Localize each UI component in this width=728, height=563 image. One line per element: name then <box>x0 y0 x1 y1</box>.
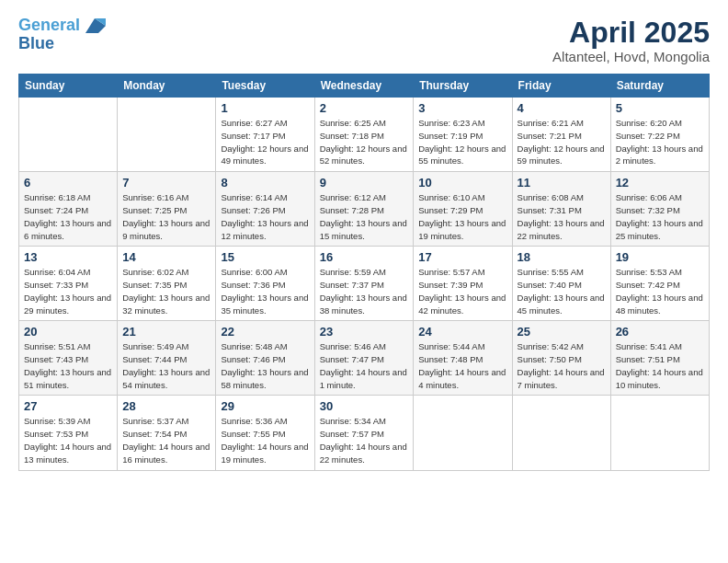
day-number: 18 <box>518 250 606 264</box>
table-row: 10Sunrise: 6:10 AMSunset: 7:29 PMDayligh… <box>414 172 512 247</box>
table-row: 20Sunrise: 5:51 AMSunset: 7:43 PMDayligh… <box>19 321 118 396</box>
day-info: Sunrise: 6:10 AMSunset: 7:29 PMDaylight:… <box>418 191 506 242</box>
day-info: Sunrise: 6:20 AMSunset: 7:22 PMDaylight:… <box>616 117 704 167</box>
table-row: 2Sunrise: 6:25 AMSunset: 7:18 PMDaylight… <box>314 98 414 172</box>
table-row: 14Sunrise: 6:02 AMSunset: 7:35 PMDayligh… <box>118 247 216 321</box>
table-row: 12Sunrise: 6:06 AMSunset: 7:32 PMDayligh… <box>610 172 709 247</box>
logo-icon <box>85 18 106 33</box>
day-number: 24 <box>418 325 506 339</box>
day-info: Sunrise: 6:08 AMSunset: 7:31 PMDaylight:… <box>518 191 606 242</box>
day-number: 29 <box>221 399 309 413</box>
table-row: 30Sunrise: 5:34 AMSunset: 7:57 PMDayligh… <box>314 396 414 470</box>
day-number: 14 <box>122 250 210 264</box>
day-number: 21 <box>122 325 210 339</box>
day-number: 17 <box>418 250 506 264</box>
day-number: 3 <box>418 101 506 115</box>
col-sunday: Sunday <box>19 75 118 98</box>
table-row: 21Sunrise: 5:49 AMSunset: 7:44 PMDayligh… <box>118 321 216 396</box>
day-info: Sunrise: 6:18 AMSunset: 7:24 PMDaylight:… <box>24 191 112 242</box>
table-row: 6Sunrise: 6:18 AMSunset: 7:24 PMDaylight… <box>19 172 118 247</box>
day-info: Sunrise: 5:53 AMSunset: 7:42 PMDaylight:… <box>616 266 704 316</box>
day-number: 27 <box>24 399 112 413</box>
day-number: 7 <box>122 176 210 190</box>
table-row: 3Sunrise: 6:23 AMSunset: 7:19 PMDaylight… <box>414 98 512 172</box>
day-info: Sunrise: 5:55 AMSunset: 7:40 PMDaylight:… <box>518 266 606 316</box>
table-row <box>414 396 512 470</box>
table-row: 1Sunrise: 6:27 AMSunset: 7:17 PMDaylight… <box>216 98 314 172</box>
day-number: 22 <box>221 325 309 339</box>
table-row <box>512 396 610 470</box>
table-row: 15Sunrise: 6:00 AMSunset: 7:36 PMDayligh… <box>216 247 314 321</box>
calendar-header-row: Sunday Monday Tuesday Wednesday Thursday… <box>19 75 710 98</box>
header: General Blue April 2025 Altanteel, Hovd,… <box>18 17 710 64</box>
day-info: Sunrise: 6:16 AMSunset: 7:25 PMDaylight:… <box>122 191 210 242</box>
table-row: 28Sunrise: 5:37 AMSunset: 7:54 PMDayligh… <box>118 396 216 470</box>
day-info: Sunrise: 6:25 AMSunset: 7:18 PMDaylight:… <box>320 117 409 167</box>
calendar-week-row: 13Sunrise: 6:04 AMSunset: 7:33 PMDayligh… <box>19 247 710 321</box>
day-info: Sunrise: 5:44 AMSunset: 7:48 PMDaylight:… <box>418 340 506 391</box>
table-row <box>610 396 709 470</box>
calendar-week-row: 1Sunrise: 6:27 AMSunset: 7:17 PMDaylight… <box>19 98 710 172</box>
day-number: 13 <box>24 250 112 264</box>
day-info: Sunrise: 5:46 AMSunset: 7:47 PMDaylight:… <box>320 340 409 391</box>
table-row: 25Sunrise: 5:42 AMSunset: 7:50 PMDayligh… <box>512 321 610 396</box>
day-info: Sunrise: 5:37 AMSunset: 7:54 PMDaylight:… <box>122 415 210 465</box>
day-info: Sunrise: 5:57 AMSunset: 7:39 PMDaylight:… <box>418 266 506 316</box>
col-wednesday: Wednesday <box>314 75 414 98</box>
col-thursday: Thursday <box>414 75 512 98</box>
day-number: 10 <box>418 176 506 190</box>
day-number: 20 <box>24 325 112 339</box>
table-row: 18Sunrise: 5:55 AMSunset: 7:40 PMDayligh… <box>512 247 610 321</box>
day-info: Sunrise: 5:42 AMSunset: 7:50 PMDaylight:… <box>518 340 606 391</box>
day-number: 23 <box>320 325 409 339</box>
day-info: Sunrise: 5:41 AMSunset: 7:51 PMDaylight:… <box>616 340 704 391</box>
day-number: 30 <box>320 399 409 413</box>
col-tuesday: Tuesday <box>216 75 314 98</box>
day-info: Sunrise: 6:27 AMSunset: 7:17 PMDaylight:… <box>221 117 309 167</box>
table-row: 5Sunrise: 6:20 AMSunset: 7:22 PMDaylight… <box>610 98 709 172</box>
day-number: 25 <box>518 325 606 339</box>
table-row: 11Sunrise: 6:08 AMSunset: 7:31 PMDayligh… <box>512 172 610 247</box>
table-row <box>118 98 216 172</box>
day-number: 2 <box>320 101 409 115</box>
day-number: 4 <box>518 101 606 115</box>
calendar-week-row: 27Sunrise: 5:39 AMSunset: 7:53 PMDayligh… <box>19 396 710 470</box>
col-saturday: Saturday <box>610 75 709 98</box>
day-info: Sunrise: 6:02 AMSunset: 7:35 PMDaylight:… <box>122 266 210 316</box>
day-info: Sunrise: 5:39 AMSunset: 7:53 PMDaylight:… <box>24 415 112 465</box>
day-number: 9 <box>320 176 409 190</box>
day-number: 5 <box>616 101 704 115</box>
table-row: 24Sunrise: 5:44 AMSunset: 7:48 PMDayligh… <box>414 321 512 396</box>
day-info: Sunrise: 6:00 AMSunset: 7:36 PMDaylight:… <box>221 266 309 316</box>
table-row: 13Sunrise: 6:04 AMSunset: 7:33 PMDayligh… <box>19 247 118 321</box>
day-info: Sunrise: 5:51 AMSunset: 7:43 PMDaylight:… <box>24 340 112 391</box>
table-row: 26Sunrise: 5:41 AMSunset: 7:51 PMDayligh… <box>610 321 709 396</box>
day-number: 12 <box>616 176 704 190</box>
page: General Blue April 2025 Altanteel, Hovd,… <box>0 0 728 563</box>
day-info: Sunrise: 6:21 AMSunset: 7:21 PMDaylight:… <box>518 117 606 167</box>
day-info: Sunrise: 6:04 AMSunset: 7:33 PMDaylight:… <box>24 266 112 316</box>
logo-blue: Blue <box>18 35 54 53</box>
table-row: 9Sunrise: 6:12 AMSunset: 7:28 PMDaylight… <box>314 172 414 247</box>
table-row: 19Sunrise: 5:53 AMSunset: 7:42 PMDayligh… <box>610 247 709 321</box>
table-row: 7Sunrise: 6:16 AMSunset: 7:25 PMDaylight… <box>118 172 216 247</box>
day-info: Sunrise: 6:14 AMSunset: 7:26 PMDaylight:… <box>221 191 309 242</box>
table-row: 22Sunrise: 5:48 AMSunset: 7:46 PMDayligh… <box>216 321 314 396</box>
day-number: 16 <box>320 250 409 264</box>
calendar-week-row: 6Sunrise: 6:18 AMSunset: 7:24 PMDaylight… <box>19 172 710 247</box>
col-friday: Friday <box>512 75 610 98</box>
day-number: 28 <box>122 399 210 413</box>
day-info: Sunrise: 6:06 AMSunset: 7:32 PMDaylight:… <box>616 191 704 242</box>
table-row: 17Sunrise: 5:57 AMSunset: 7:39 PMDayligh… <box>414 247 512 321</box>
table-row: 29Sunrise: 5:36 AMSunset: 7:55 PMDayligh… <box>216 396 314 470</box>
table-row: 27Sunrise: 5:39 AMSunset: 7:53 PMDayligh… <box>19 396 118 470</box>
day-info: Sunrise: 5:49 AMSunset: 7:44 PMDaylight:… <box>122 340 210 391</box>
day-number: 19 <box>616 250 704 264</box>
location-title: Altanteel, Hovd, Mongolia <box>552 49 710 64</box>
col-monday: Monday <box>118 75 216 98</box>
day-info: Sunrise: 6:12 AMSunset: 7:28 PMDaylight:… <box>320 191 409 242</box>
calendar-table: Sunday Monday Tuesday Wednesday Thursday… <box>18 74 710 470</box>
table-row <box>19 98 118 172</box>
day-info: Sunrise: 6:23 AMSunset: 7:19 PMDaylight:… <box>418 117 506 167</box>
day-info: Sunrise: 5:59 AMSunset: 7:37 PMDaylight:… <box>320 266 409 316</box>
